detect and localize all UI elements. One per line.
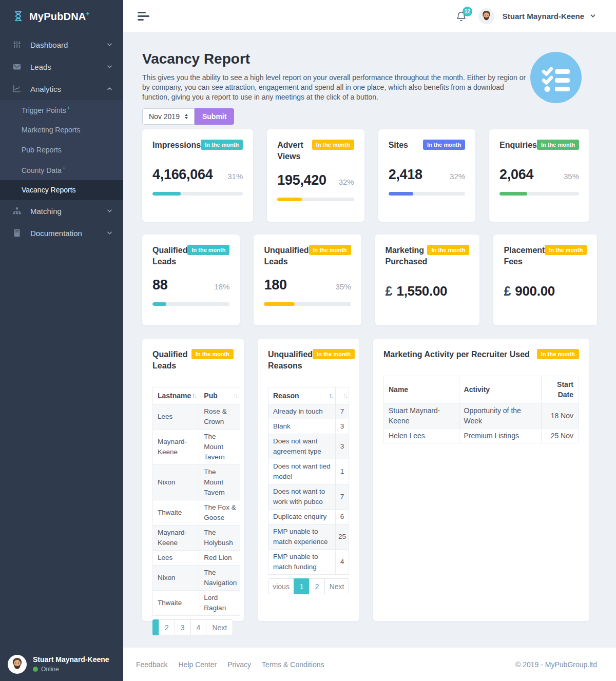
table-cell: 18 Nov (542, 403, 579, 429)
stat-value: 1,550.00 (396, 283, 447, 299)
stat-value: 900.00 (515, 283, 555, 299)
footer-link-privacy[interactable]: Privacy (227, 660, 251, 669)
table-cell: Blank (268, 419, 336, 434)
sidebar-item-county-data[interactable]: County Data+ (0, 160, 123, 180)
hamburger-menu-icon[interactable] (138, 12, 149, 21)
chevron-down-icon (590, 14, 595, 17)
table-cell: Lord Raglan (199, 591, 240, 616)
progress-bar (152, 302, 229, 306)
qualified-leads-card: Qualified Leads In the month Lastname↑↓P… (142, 339, 244, 621)
table-cell: FMP unable to match funding (268, 550, 336, 575)
column-header-pub[interactable]: Pub↑↓ (199, 387, 240, 404)
chart-line-icon (12, 84, 23, 94)
chevron-down-icon (107, 231, 112, 235)
page-item-4[interactable]: 4 (190, 619, 207, 635)
advert-views-card: Advert ViewsIn the month195,42032% (267, 129, 364, 222)
sidebar-item-matching[interactable]: Matching (0, 200, 123, 222)
table-cell: 3 (336, 434, 349, 459)
page-item-1[interactable]: 1 (294, 578, 310, 594)
table-cell: The Fox & Goose (199, 500, 240, 526)
page-item-3[interactable]: 3 (175, 619, 191, 635)
table-cell: Lees (153, 404, 199, 430)
period-badge: In the month (191, 349, 234, 359)
notifications-button[interactable]: 12 (455, 10, 467, 22)
table-cell: 3 (336, 419, 349, 434)
sidebar-user-name: Stuart Maynard-Keene (33, 655, 109, 664)
table-cell: Rose & Crown (199, 404, 240, 430)
stat-card-row: Qualified LeadsIn the month8818%Unqualif… (142, 235, 589, 325)
page-item-vious[interactable]: vious (268, 578, 294, 594)
sidebar-menu: DashboardLeadsAnalyticsTrigger Points+Ma… (0, 34, 123, 244)
sidebar-user[interactable]: Stuart Maynard-Keene Online (0, 647, 123, 681)
sidebar-item-analytics[interactable]: Analytics (0, 78, 123, 100)
table-cell: Premium Listings (459, 429, 542, 443)
pagination: vious12Next (268, 578, 349, 594)
data-table: NameActivityStart DateStuart Maynard-Kee… (383, 376, 579, 443)
sitemap-icon (12, 206, 23, 216)
sidebar-item-dashboard[interactable]: Dashboard (0, 34, 123, 56)
table-cell: Does not want tied model (268, 459, 336, 484)
table-cell: 25 Nov (542, 429, 579, 443)
card-title: Advert Views (277, 140, 312, 162)
top-bar: 12 Stuart Maynard-Keene (123, 0, 616, 32)
table-row: NixonThe Navigation (153, 566, 240, 591)
stat-value: 180 (264, 277, 286, 293)
sidebar-item-documentation[interactable]: Documentation (0, 222, 123, 244)
checklist-icon (530, 52, 582, 103)
footer-link-feedback[interactable]: Feedback (136, 660, 167, 669)
submit-button[interactable]: Submit (195, 108, 234, 125)
stat-value: 88 (152, 277, 167, 293)
card-title: Impressions (152, 140, 201, 151)
sidebar-item-trigger-points[interactable]: Trigger Points+ (0, 100, 123, 120)
footer-link-help-center[interactable]: Help Center (178, 660, 217, 669)
progress-bar (389, 192, 465, 196)
stat-percent: 32% (450, 172, 465, 181)
period-badge: In the month (313, 349, 355, 359)
page-item-2[interactable]: 2 (159, 619, 175, 635)
column-header-reason[interactable]: Reason↑↓ (268, 387, 336, 404)
avatar[interactable] (478, 8, 494, 24)
brand-name: MyPubDNA+ (29, 10, 90, 23)
sidebar: MyPubDNA+ DashboardLeadsAnalyticsTrigger… (0, 0, 123, 681)
page-item-2[interactable]: 2 (309, 578, 325, 594)
sidebar-item-pub-reports[interactable]: Pub Reports (0, 140, 123, 160)
brand-logo[interactable]: MyPubDNA+ (0, 0, 123, 30)
period-badge: In the month (201, 140, 243, 150)
month-select[interactable]: Nov 2019 (142, 108, 195, 125)
sidebar-item-leads[interactable]: Leads (0, 56, 123, 78)
online-status-dot (33, 667, 38, 672)
table-cell: 6 (336, 510, 349, 524)
page-title: Vacancy Report (142, 51, 589, 67)
user-menu[interactable]: Stuart Maynard-Keene (503, 12, 595, 21)
table-row: FMP unable to match experience25 (268, 524, 349, 550)
stat-percent: 18% (214, 282, 229, 291)
progress-bar (277, 198, 354, 201)
data-table: Lastname↑↓Pub↑↓LeesRose & CrownMaynard-K… (152, 387, 240, 616)
progress-bar (499, 192, 579, 196)
table-cell: 7 (336, 484, 349, 510)
sort-icon: ↑↓ (329, 391, 332, 401)
table-cell: The Mount Tavern (199, 430, 240, 465)
table-cell: Helen Lees (384, 429, 459, 443)
table-row: Stuart Maynard-KeeneOpportunity of the W… (384, 403, 579, 429)
qualified-leads-card: Qualified LeadsIn the month8818% (142, 235, 240, 325)
impressions-card: ImpressionsIn the month4,166,06431% (142, 129, 253, 222)
unqualified-leads-card: Unqualified LeadsIn the month18035% (254, 235, 361, 325)
table-row: ThwaiteThe Fox & Goose (153, 500, 240, 526)
footer-link-terms-conditions[interactable]: Terms & Conditions (262, 660, 324, 669)
analytics-submenu: Trigger Points+Marketing ReportsPub Repo… (0, 100, 123, 200)
data-table: Reason↑↓↑↓Already in touch7Blank3Does no… (268, 387, 349, 575)
online-status-label: Online (41, 666, 59, 673)
table-row: Maynard-KeeneThe Holybush (153, 526, 240, 551)
page-item-next[interactable]: Next (206, 619, 233, 635)
sort-icon: ↑↓ (343, 391, 346, 401)
sidebar-item-marketing-reports[interactable]: Marketing Reports (0, 120, 123, 140)
page-item-next[interactable]: Next (324, 578, 349, 594)
column-header-item[interactable]: ↑↓ (336, 387, 349, 404)
table-cell: Nixon (153, 566, 199, 591)
sidebar-item-vacancy-reports[interactable]: Vacancy Reports (0, 180, 123, 200)
column-header-lastname[interactable]: Lastname↑↓ (153, 387, 199, 404)
table-row: Does not want agreement type3 (268, 434, 349, 459)
period-badge: In the month (545, 245, 587, 255)
table-cell: FMP unable to match experience (268, 524, 336, 550)
